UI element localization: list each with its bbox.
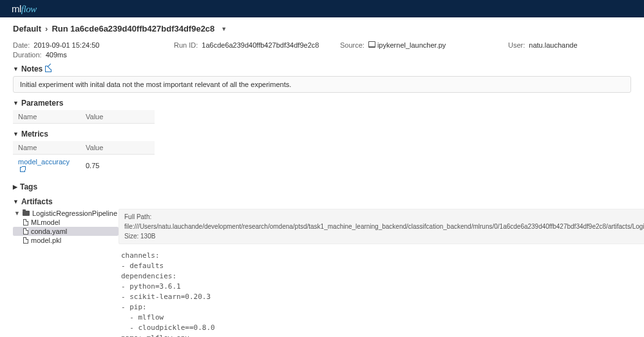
logo-flow: flow: [21, 4, 37, 14]
caret-down-icon: ▼: [13, 66, 19, 72]
navbar: mlflow: [0, 0, 644, 17]
section-metrics: ▼ Metrics Name Value model_accuracy 0.75: [13, 130, 631, 177]
col-value: Value: [80, 141, 155, 155]
note-text: Initial experiment with inital data not …: [13, 76, 631, 93]
metric-link[interactable]: model_accuracy: [18, 158, 70, 166]
col-name: Name: [13, 110, 80, 124]
caret-down-icon: ▼: [13, 198, 19, 205]
col-name: Name: [13, 141, 80, 155]
tree-item-conda[interactable]: conda.yaml: [13, 227, 118, 236]
size-value: 130B: [140, 233, 155, 240]
file-icon: [23, 237, 28, 244]
meta-row-1: Date: 2019-09-01 15:24:50 Run ID: 1a6cde…: [13, 41, 631, 49]
file-content: channels: - defaults dependencies: - pyt…: [118, 244, 644, 337]
laptop-icon: [368, 41, 375, 49]
viewer-header: Full Path: file:///Users/natu.lauchande/…: [118, 209, 644, 244]
chevron-down-icon[interactable]: ▼: [221, 26, 227, 32]
size-label: Size:: [124, 233, 138, 240]
chevron-right-icon: ›: [45, 24, 48, 34]
metric-value: 0.75: [80, 155, 155, 177]
user-value: natu.lauchande: [529, 41, 577, 49]
section-parameters: ▼ Parameters Name Value: [13, 99, 631, 124]
source-label: Source:: [340, 41, 365, 49]
date-label: Date:: [13, 41, 30, 49]
parameters-header[interactable]: ▼ Parameters: [13, 99, 631, 108]
section-tags: ▶ Tags: [13, 182, 631, 191]
caret-down-icon: ▼: [13, 100, 19, 106]
breadcrumb: Default › Run 1a6cde6a239d40ffb427bdf34d…: [13, 24, 631, 34]
file-icon: [23, 228, 28, 235]
meta-row-2: Duration: 409ms: [13, 51, 631, 59]
artifact-tree: ▼ LogisticRegressionPipeline MLmodel con…: [13, 209, 118, 337]
tree-item-mlmodel[interactable]: MLmodel: [13, 218, 118, 227]
runid-value: 1a6cde6a239d40ffb427bdf34df9e2c8: [202, 41, 319, 49]
duration-value: 409ms: [46, 51, 67, 59]
source-value[interactable]: ipykernel_launcher.py: [368, 41, 446, 49]
col-value: Value: [80, 110, 155, 124]
triangle-down-icon: ▼: [14, 210, 20, 217]
external-link-icon[interactable]: [20, 167, 25, 172]
breadcrumb-root[interactable]: Default: [13, 24, 41, 34]
metrics-table: Name Value model_accuracy 0.75: [13, 141, 155, 177]
full-path-value: file:///Users/natu.lauchande/development…: [124, 223, 644, 230]
logo[interactable]: mlflow: [12, 3, 37, 15]
file-icon: [23, 219, 28, 226]
runid-label: Run ID:: [174, 41, 198, 49]
section-artifacts: ▼ Artifacts ▼ LogisticRegressionPipeline…: [13, 197, 631, 337]
metrics-header[interactable]: ▼ Metrics: [13, 130, 631, 139]
full-path-label: Full Path:: [124, 213, 151, 220]
artifacts-header[interactable]: ▼ Artifacts: [13, 197, 631, 206]
folder-icon: [23, 211, 30, 216]
edit-icon[interactable]: [45, 66, 52, 72]
breadcrumb-run[interactable]: Run 1a6cde6a239d40ffb427bdf34df9e2c8: [52, 24, 214, 34]
caret-right-icon: ▶: [13, 184, 17, 190]
user-label: User:: [508, 41, 525, 49]
tree-root[interactable]: ▼ LogisticRegressionPipeline: [13, 209, 118, 218]
logo-ml: ml: [12, 3, 21, 14]
duration-label: Duration:: [13, 51, 42, 59]
artifact-viewer: Full Path: file:///Users/natu.lauchande/…: [118, 209, 644, 337]
tags-header[interactable]: ▶ Tags: [13, 182, 631, 191]
notes-header[interactable]: ▼ Notes: [13, 64, 631, 73]
tree-item-modelpkl[interactable]: model.pkl: [13, 236, 118, 245]
table-row: model_accuracy 0.75: [13, 155, 155, 177]
section-notes: ▼ Notes Initial experiment with inital d…: [13, 64, 631, 93]
date-value: 2019-09-01 15:24:50: [33, 41, 99, 49]
caret-down-icon: ▼: [13, 131, 19, 137]
parameters-table: Name Value: [13, 110, 155, 124]
